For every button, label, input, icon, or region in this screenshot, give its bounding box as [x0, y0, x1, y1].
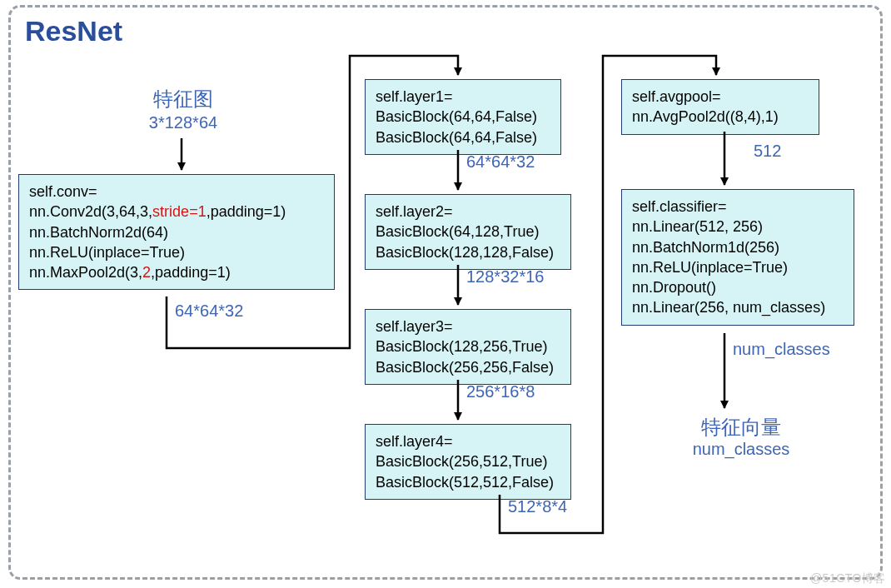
layer4-block: self.layer4= BasicBlock(256,512,True) Ba…	[365, 424, 571, 500]
layer1-block: self.layer1= BasicBlock(64,64,False) Bas…	[365, 79, 561, 155]
conv-line2: nn.Conv2d(3,64,3,stride=1,padding=1)	[29, 202, 324, 222]
avgpool-block: self.avgpool= nn.AvgPool2d((8,4),1)	[621, 79, 819, 135]
layer2-out: 128*32*16	[466, 267, 544, 287]
layer4-out: 512*8*4	[508, 497, 567, 516]
input-label: 特征图	[125, 86, 241, 112]
conv-block: self.conv= nn.Conv2d(3,64,3,stride=1,pad…	[18, 174, 335, 290]
conv-line3: nn.BatchNorm2d(64)	[29, 222, 324, 242]
conv-line4: nn.ReLU(inplace=True)	[29, 242, 324, 262]
layer3-out: 256*16*8	[466, 382, 535, 401]
output-shape: num_classes	[666, 440, 816, 459]
input-shape: 3*128*64	[125, 113, 241, 132]
layer1-out: 64*64*32	[466, 152, 535, 172]
watermark: @51CTO博客	[810, 571, 886, 586]
conv-out: 64*64*32	[175, 301, 243, 321]
diagram-title: ResNet	[25, 15, 122, 47]
layer3-block: self.layer3= BasicBlock(128,256,True) Ba…	[365, 309, 571, 385]
classifier-block: self.classifier= nn.Linear(512, 256) nn.…	[621, 189, 854, 326]
conv-line5: nn.MaxPool2d(3,2,padding=1)	[29, 262, 324, 282]
layer2-block: self.layer2= BasicBlock(64,128,True) Bas…	[365, 194, 571, 270]
output-label: 特征向量	[666, 414, 816, 441]
classifier-out: num_classes	[733, 340, 830, 359]
avgpool-out: 512	[754, 142, 781, 161]
conv-line1: self.conv=	[29, 182, 324, 202]
